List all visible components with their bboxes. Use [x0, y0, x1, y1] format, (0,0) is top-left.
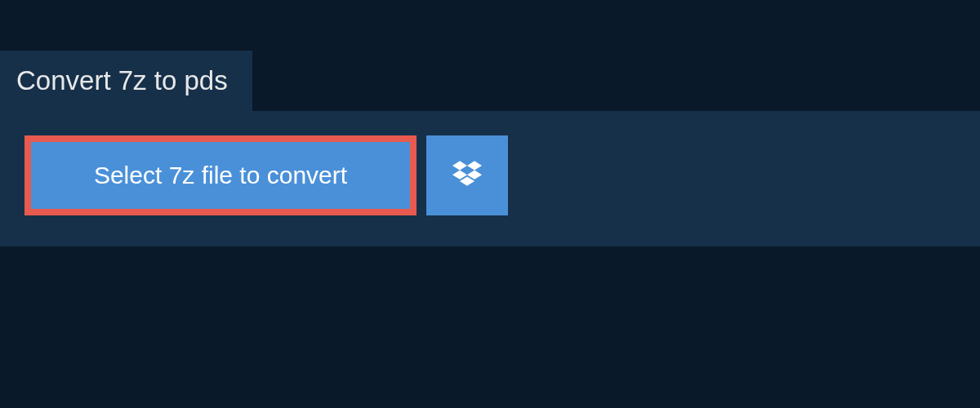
button-row: Select 7z file to convert: [24, 135, 956, 215]
dropbox-icon: [452, 159, 482, 192]
dropbox-button[interactable]: [426, 135, 508, 215]
tab-convert[interactable]: Convert 7z to pds: [0, 51, 252, 111]
select-file-button[interactable]: Select 7z file to convert: [24, 135, 416, 215]
tab-label: Convert 7z to pds: [16, 65, 228, 95]
main-container: Convert 7z to pds Select 7z file to conv…: [0, 0, 980, 246]
select-file-label: Select 7z file to convert: [94, 162, 347, 189]
conversion-panel: Select 7z file to convert: [0, 111, 980, 246]
